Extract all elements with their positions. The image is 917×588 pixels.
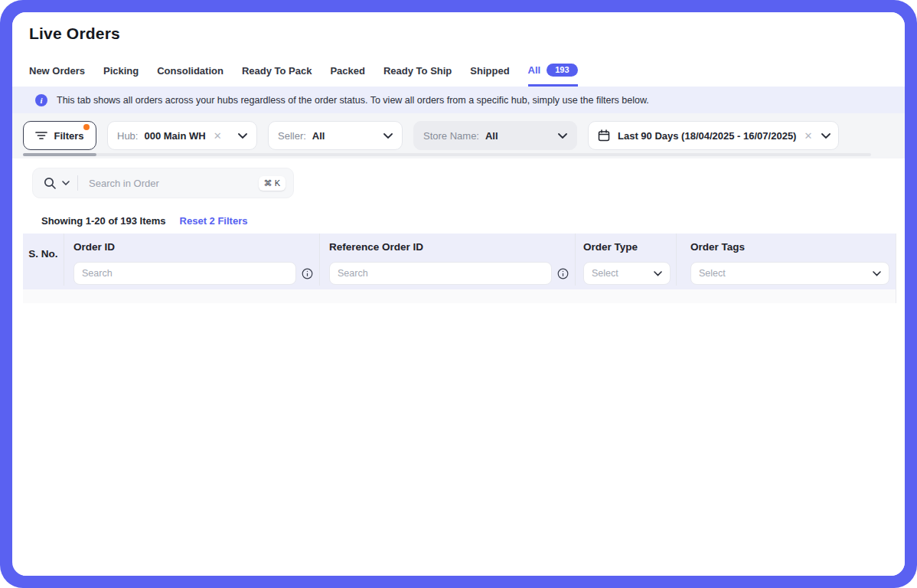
orders-table: S. No. Order ID Reference Order ID Order…: [23, 234, 896, 303]
hub-filter-label: Hub:: [117, 130, 138, 142]
order-search-bar[interactable]: ⌘ K: [32, 168, 294, 198]
sno-filter-cell: [23, 261, 64, 286]
tab-ready-to-ship[interactable]: Ready To Ship: [383, 65, 452, 87]
table-header-labels: S. No. Order ID Reference Order ID Order…: [23, 234, 896, 261]
tab-all-count-badge: 193: [547, 64, 577, 77]
search-input[interactable]: [87, 177, 259, 190]
search-icon: [44, 177, 57, 190]
tab-all-label: All: [528, 64, 541, 76]
order-tags-select-value: Select: [699, 268, 726, 279]
page-title: Live Orders: [29, 24, 120, 43]
date-clear-icon[interactable]: ✕: [804, 130, 812, 142]
date-range-filter[interactable]: Last 90 Days (18/04/2025 - 16/07/2025) ✕: [588, 121, 839, 150]
tab-all[interactable]: All 193: [528, 64, 578, 87]
hub-clear-icon[interactable]: ✕: [214, 130, 222, 142]
order-tags-chevron-down-icon: [873, 271, 881, 276]
filters-button[interactable]: Filters: [23, 121, 96, 150]
order-id-info-icon[interactable]: [302, 268, 313, 279]
seller-filter-value: All: [312, 130, 325, 142]
hub-chevron-down-icon[interactable]: [229, 133, 247, 139]
date-range-value: Last 90 Days (18/04/2025 - 16/07/2025): [618, 130, 796, 142]
order-tags-select[interactable]: Select: [690, 262, 889, 285]
order-id-search-input[interactable]: [73, 262, 296, 285]
info-banner-text: This tab shows all orders across your hu…: [57, 95, 649, 106]
app-window-frame: Live Orders New Orders Picking Consolida…: [0, 0, 917, 588]
seller-filter-label: Seller:: [278, 130, 306, 142]
store-chevron-down-icon[interactable]: [549, 133, 567, 139]
results-summary-row: Showing 1-20 of 193 Items Reset 2 Filter…: [41, 215, 247, 227]
filters-button-label: Filters: [54, 130, 83, 142]
search-divider: [77, 175, 78, 191]
table-header-filters: Select Select: [23, 261, 896, 289]
filters-strip: Filters Hub: 000 Main WH ✕ Seller: All: [12, 113, 905, 158]
order-type-select[interactable]: Select: [583, 262, 671, 285]
col-header-order-tags: Order Tags: [677, 234, 896, 261]
order-id-filter-cell: [64, 261, 320, 286]
tab-consolidation[interactable]: Consolidation: [157, 65, 224, 87]
table-row-partial: [23, 289, 896, 303]
filter-chips: Filters Hub: 000 Main WH ✕ Seller: All: [23, 121, 839, 150]
orders-card: ⌘ K Showing 1-20 of 193 Items Reset 2 Fi…: [23, 158, 905, 576]
hub-filter[interactable]: Hub: 000 Main WH ✕: [107, 121, 257, 150]
col-header-reference-order-id: Reference Order ID: [320, 234, 576, 261]
info-icon: i: [35, 94, 47, 106]
table-header: S. No. Order ID Reference Order ID Order…: [23, 234, 896, 289]
col-header-order-id: Order ID: [64, 234, 320, 261]
search-scope-chevron-down-icon[interactable]: [62, 181, 70, 185]
tab-bar: New Orders Picking Consolidation Ready T…: [29, 64, 578, 87]
seller-filter[interactable]: Seller: All: [268, 121, 403, 150]
results-summary: Showing 1-20 of 193 Items: [41, 215, 166, 227]
col-header-sno: S. No.: [23, 234, 64, 261]
order-tags-filter-cell: Select: [677, 261, 896, 286]
reset-filters-link[interactable]: Reset 2 Filters: [180, 215, 248, 227]
filters-horizontal-scrollbar[interactable]: [23, 153, 871, 156]
filter-lines-icon: [35, 130, 47, 141]
tab-picking[interactable]: Picking: [103, 65, 139, 87]
header: Live Orders New Orders Picking Consolida…: [12, 12, 905, 87]
filters-scrollbar-thumb[interactable]: [23, 153, 96, 156]
app-content: Live Orders New Orders Picking Consolida…: [12, 12, 905, 576]
reference-order-id-search-input[interactable]: [329, 262, 552, 285]
search-shortcut-badge: ⌘ K: [259, 176, 286, 191]
col-header-order-type: Order Type: [576, 234, 677, 261]
order-type-chevron-down-icon: [654, 271, 662, 276]
tab-shipped[interactable]: Shipped: [470, 65, 509, 87]
filters-active-dot: [83, 124, 90, 130]
reference-order-id-info-icon[interactable]: [557, 268, 569, 279]
date-chevron-down-icon[interactable]: [812, 133, 831, 139]
tab-packed[interactable]: Packed: [330, 65, 365, 87]
tab-ready-to-pack[interactable]: Ready To Pack: [242, 65, 312, 87]
reference-order-id-filter-cell: [320, 261, 576, 286]
store-name-filter-label: Store Name:: [423, 130, 479, 142]
hub-filter-value: 000 Main WH: [144, 130, 205, 142]
store-name-filter[interactable]: Store Name: All: [413, 121, 577, 150]
store-name-filter-value: All: [485, 130, 498, 142]
calendar-icon: [598, 129, 610, 142]
tab-new-orders[interactable]: New Orders: [29, 65, 85, 87]
seller-chevron-down-icon[interactable]: [374, 133, 393, 139]
info-banner: i This tab shows all orders across your …: [12, 87, 905, 113]
order-type-filter-cell: Select: [576, 261, 677, 286]
order-type-select-value: Select: [592, 268, 618, 279]
